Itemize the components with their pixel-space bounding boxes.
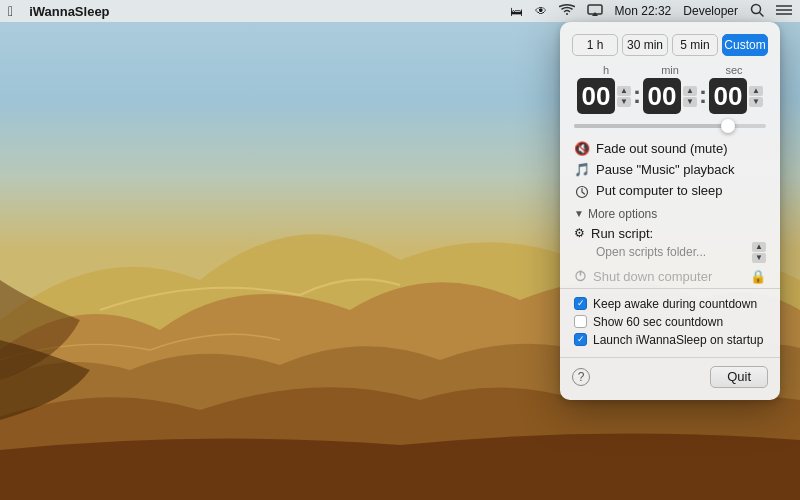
checkbox-launch-input[interactable]: ✓ [574,333,587,346]
timer-display: 00 ▲ ▼ : 00 ▲ ▼ : [570,78,770,114]
seconds-stepper[interactable]: ▲ ▼ [749,86,763,107]
seconds-digits: 00 [709,78,747,114]
volume-section[interactable] [560,120,780,136]
script-folder-stepper[interactable]: ▲ ▼ [752,242,766,263]
developer-menu[interactable]: Developer [683,4,738,18]
checkbox-60sec-input[interactable] [574,315,587,328]
options-list: 🔇 Fade out sound (mute) 🎵 Pause "Music" … [560,136,780,204]
wifi-icon[interactable] [559,4,575,18]
option-pause-music[interactable]: 🎵 Pause "Music" playback [560,159,780,180]
option-fade-sound[interactable]: 🔇 Fade out sound (mute) [560,138,780,159]
checkbox-keep-awake[interactable]: ✓ Keep awake during countdown [574,295,766,313]
checkmark-icon: ✓ [577,299,585,308]
sleep-label: Put computer to sleep [596,183,766,198]
60sec-label: Show 60 sec countdown [593,315,723,329]
shutdown-label: Shut down computer [593,269,712,284]
preset-1h[interactable]: 1 h [572,34,618,56]
seconds-display: 00 [709,78,747,114]
separator-1: : [631,81,643,109]
checkmark2-icon: ✓ [577,335,585,344]
volume-thumb[interactable] [721,119,735,133]
preset-30min[interactable]: 30 min [622,34,668,56]
seconds-down[interactable]: ▼ [749,97,763,107]
minutes-unit: 00 ▲ ▼ [643,78,697,114]
hours-up[interactable]: ▲ [617,86,631,96]
script-stepper-up[interactable]: ▲ [752,242,766,252]
more-options-toggle[interactable]: ▼ More options [560,204,780,224]
sleep-icon [574,183,590,199]
spotlight-icon[interactable] [750,3,764,19]
script-icon: ⚙ [574,226,585,240]
menubar:  iWannaSleep 🛏 👁 Mon 22:32 Developer [0,0,800,22]
shutdown-left: Shut down computer [574,269,712,285]
separator-2: : [697,81,709,109]
music-icon: 🎵 [574,162,590,177]
hour-label: h [574,64,638,76]
hours-down[interactable]: ▼ [617,97,631,107]
chevron-down-icon: ▼ [574,208,584,219]
more-options-label: More options [588,207,657,221]
checkbox-keep-awake-input[interactable]: ✓ [574,297,587,310]
hours-digits: 00 [577,78,615,114]
shutdown-row: Shut down computer 🔒 [560,266,780,288]
volume-track[interactable] [574,124,766,128]
power-icon [574,269,587,285]
pause-music-label: Pause "Music" playback [596,162,766,177]
min-label: min [638,64,702,76]
timer-labels: h min sec [570,64,770,76]
eye-icon[interactable]: 👁 [535,5,547,17]
seconds-unit: 00 ▲ ▼ [709,78,763,114]
hours-stepper[interactable]: ▲ ▼ [617,86,631,107]
script-label-text: Run script: [591,226,653,241]
minutes-display: 00 [643,78,681,114]
checkbox-launch[interactable]: ✓ Launch iWannaSleep on startup [574,331,766,349]
fade-sound-label: Fade out sound (mute) [596,141,766,156]
popup-panel: 1 h 30 min 5 min Custom h min sec 00 ▲ ▼… [560,22,780,400]
minutes-digits: 00 [643,78,681,114]
script-folder-label[interactable]: Open scripts folder... [596,245,706,259]
timer-section: h min sec 00 ▲ ▼ : 00 [560,64,780,120]
preset-buttons: 1 h 30 min 5 min Custom [560,34,780,64]
preset-custom[interactable]: Custom [722,34,768,56]
keep-awake-label: Keep awake during countdown [593,297,757,311]
hours-unit: 00 ▲ ▼ [577,78,631,114]
preset-5min[interactable]: 5 min [672,34,718,56]
option-sleep[interactable]: Put computer to sleep [560,180,780,202]
menubar-left:  iWannaSleep [8,4,110,19]
seconds-up[interactable]: ▲ [749,86,763,96]
checkboxes-section: ✓ Keep awake during countdown Show 60 se… [560,288,780,351]
script-stepper-down[interactable]: ▼ [752,253,766,263]
menu-controls-icon[interactable] [776,4,792,18]
lock-icon: 🔒 [750,269,766,284]
help-button[interactable]: ? [572,368,590,386]
checkbox-60sec[interactable]: Show 60 sec countdown [574,313,766,331]
minutes-down[interactable]: ▼ [683,97,697,107]
app-name[interactable]: iWannaSleep [29,4,109,19]
datetime-display: Mon 22:32 [615,4,672,18]
airplay-icon[interactable] [587,4,603,19]
hours-display: 00 [577,78,615,114]
minutes-stepper[interactable]: ▲ ▼ [683,86,697,107]
bottom-bar: ? Quit [560,357,780,390]
svg-line-3 [760,13,764,17]
script-section: ⚙ Run script: Open scripts folder... ▲ ▼ [560,224,780,266]
quit-button[interactable]: Quit [710,366,768,388]
app-status-icon[interactable]: 🛏 [510,5,523,18]
script-folder-row[interactable]: Open scripts folder... ▲ ▼ [574,241,766,264]
minutes-up[interactable]: ▲ [683,86,697,96]
launch-label: Launch iWannaSleep on startup [593,333,763,347]
menubar-right: 🛏 👁 Mon 22:32 Developer [510,3,792,19]
volume-fill [574,124,728,128]
script-label-row: ⚙ Run script: [574,226,766,241]
mute-icon: 🔇 [574,141,590,156]
sec-label: sec [702,64,766,76]
apple-menu[interactable]:  [8,4,13,18]
